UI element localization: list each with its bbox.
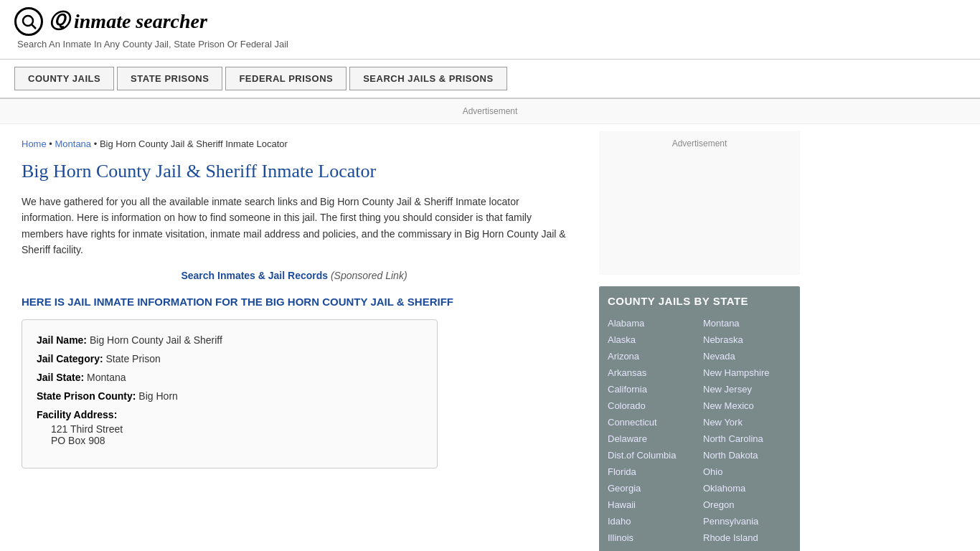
- nav-county-jails[interactable]: COUNTY JAILS: [14, 67, 114, 90]
- state-link[interactable]: Alabama: [608, 316, 696, 331]
- state-link[interactable]: Connecticut: [608, 415, 696, 430]
- sponsored-label: (Sponsored Link): [331, 270, 407, 281]
- nav-state-prisons[interactable]: STATE PRISONS: [117, 67, 222, 90]
- state-link[interactable]: Oregon: [703, 497, 791, 512]
- header: Ⓠ inmate searcher Search An Inmate In An…: [0, 0, 980, 60]
- jail-address-line1: 121 Third Street: [51, 423, 423, 435]
- state-link[interactable]: Arizona: [608, 349, 696, 364]
- search-inmates-link[interactable]: Search Inmates & Jail Records: [181, 270, 328, 281]
- svg-point-0: [23, 16, 33, 26]
- state-link[interactable]: Colorado: [608, 398, 696, 413]
- jail-county-row: State Prison County: Big Horn: [37, 390, 423, 402]
- sidebar-ad: Advertisement: [599, 131, 800, 275]
- county-jails-by-state-box: COUNTY JAILS BY STATE AlabamaMontanaAlas…: [599, 286, 800, 551]
- jail-address-label: Facility Address:: [37, 409, 117, 420]
- nav-federal-prisons[interactable]: FEDERAL PRISONS: [225, 67, 347, 90]
- state-link[interactable]: New Jersey: [703, 382, 791, 397]
- state-link[interactable]: New Hampshire: [703, 365, 791, 380]
- jail-name-value: Big Horn County Jail & Sheriff: [90, 334, 222, 346]
- state-link[interactable]: Oklahoma: [703, 481, 791, 496]
- jail-state-label: Jail State:: [37, 372, 84, 383]
- state-link[interactable]: New York: [703, 415, 791, 430]
- jail-county-label: State Prison County:: [37, 390, 136, 402]
- state-link[interactable]: Rhode Island: [703, 530, 791, 545]
- state-link[interactable]: Illinois: [608, 530, 696, 545]
- jail-category-label: Jail Category:: [37, 353, 103, 364]
- search-link-area: Search Inmates & Jail Records (Sponsored…: [22, 270, 567, 281]
- site-logo-text[interactable]: Ⓠ inmate searcher: [49, 8, 207, 35]
- jail-address-row: Facility Address: 121 Third Street PO Bo…: [37, 409, 423, 446]
- state-link[interactable]: Montana: [703, 316, 791, 331]
- jail-info-box: Jail Name: Big Horn County Jail & Sherif…: [22, 319, 438, 468]
- state-link[interactable]: Delaware: [608, 431, 696, 446]
- state-box-title: COUNTY JAILS BY STATE: [608, 295, 791, 307]
- navigation: COUNTY JAILS STATE PRISONS FEDERAL PRISO…: [0, 60, 980, 99]
- state-link[interactable]: Dist.of Columbia: [608, 448, 696, 463]
- state-link[interactable]: Idaho: [608, 514, 696, 529]
- state-link[interactable]: Nebraska: [703, 332, 791, 347]
- logo-icon: [14, 7, 43, 36]
- jail-county-value: Big Horn: [138, 390, 177, 402]
- breadcrumb-home[interactable]: Home: [22, 138, 47, 149]
- state-link[interactable]: Alaska: [608, 332, 696, 347]
- breadcrumb-current: Big Horn County Jail & Sheriff Inmate Lo…: [100, 138, 288, 149]
- jail-address-line2: PO Box 908: [51, 435, 423, 446]
- state-link[interactable]: Georgia: [608, 481, 696, 496]
- main-layout: Home • Montana • Big Horn County Jail & …: [0, 124, 980, 551]
- state-link[interactable]: Nevada: [703, 349, 791, 364]
- jail-category-value: State Prison: [105, 353, 160, 364]
- ad-banner: Advertisement: [0, 99, 980, 124]
- breadcrumb-state[interactable]: Montana: [55, 138, 91, 149]
- state-link[interactable]: Ohio: [703, 464, 791, 479]
- sidebar: Advertisement COUNTY JAILS BY STATE Alab…: [588, 124, 811, 551]
- nav-search-jails[interactable]: SEARCH JAILS & PRISONS: [349, 67, 507, 90]
- state-link[interactable]: New Mexico: [703, 398, 791, 413]
- state-link[interactable]: North Dakota: [703, 448, 791, 463]
- jail-name-label: Jail Name:: [37, 334, 87, 346]
- logo-area: Ⓠ inmate searcher: [14, 7, 966, 36]
- state-link[interactable]: Florida: [608, 464, 696, 479]
- site-tagline: Search An Inmate In Any County Jail, Sta…: [17, 39, 966, 50]
- state-link[interactable]: Hawaii: [608, 497, 696, 512]
- jail-state-row: Jail State: Montana: [37, 372, 423, 383]
- jail-state-value: Montana: [87, 372, 126, 383]
- state-link[interactable]: California: [608, 382, 696, 397]
- main-content: Home • Montana • Big Horn County Jail & …: [0, 124, 588, 551]
- state-grid: AlabamaMontanaAlaskaNebraskaArizonaNevad…: [608, 316, 791, 545]
- info-section-header: HERE IS JAIL INMATE INFORMATION FOR THE …: [22, 296, 567, 308]
- jail-category-row: Jail Category: State Prison: [37, 353, 423, 364]
- description: We have gathered for you all the availab…: [22, 194, 567, 258]
- jail-name-row: Jail Name: Big Horn County Jail & Sherif…: [37, 334, 423, 346]
- state-link[interactable]: Arkansas: [608, 365, 696, 380]
- state-link[interactable]: Pennsylvania: [703, 514, 791, 529]
- page-title: Big Horn County Jail & Sheriff Inmate Lo…: [22, 161, 567, 182]
- breadcrumb: Home • Montana • Big Horn County Jail & …: [22, 138, 567, 149]
- state-link[interactable]: North Carolina: [703, 431, 791, 446]
- svg-line-1: [32, 25, 37, 29]
